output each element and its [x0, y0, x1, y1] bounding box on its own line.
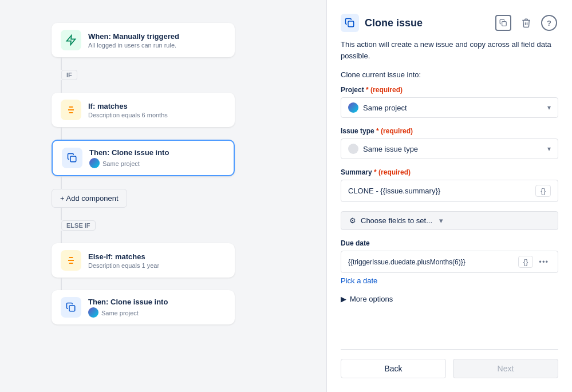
issue-type-chevron-icon: ▾: [547, 145, 551, 153]
delete-panel-button[interactable]: [517, 14, 535, 32]
panel-title-icon: [341, 14, 359, 32]
connector-line-4: [61, 176, 62, 189]
due-date-template-button[interactable]: {}: [518, 256, 534, 268]
connector-line-3: [61, 127, 62, 140]
action-text-1: Then: Clone issue into Same project: [89, 148, 169, 168]
condition-text-1: If: matches Description equals 6 months: [88, 102, 168, 118]
connector-line-7: [61, 278, 62, 290]
issue-type-select[interactable]: Same issue type ▾: [341, 138, 558, 159]
issue-type-select-inner: Same issue type: [348, 144, 418, 154]
project-select-inner: Same project: [348, 102, 407, 113]
copy-icon: [495, 15, 511, 31]
panel-actions: ?: [494, 14, 558, 32]
issue-type-icon: [348, 144, 358, 154]
action-icon-1: [62, 148, 82, 168]
connector-line-5: [61, 208, 62, 220]
action-subtitle-1: Same project: [102, 160, 140, 167]
choose-fields-chevron-icon: ▾: [439, 216, 443, 225]
due-date-inner: {{triggerIssue.duedate.plusMonths(6)}}: [348, 258, 518, 266]
connector-line-1: [61, 57, 62, 70]
panel-description: This action will create a new issue and …: [341, 39, 558, 61]
due-date-label: Due date: [341, 239, 558, 247]
svg-rect-2: [348, 21, 354, 27]
panel-header: Clone issue ?: [341, 14, 558, 32]
else-if-badge: ELSE IF: [61, 220, 96, 231]
connector-line-2: [61, 80, 62, 93]
condition-card-2[interactable]: Else-if: matches Description equals 1 ye…: [52, 243, 235, 278]
action-subtitle-2: Same project: [101, 310, 139, 316]
more-options-label: More options: [350, 295, 393, 303]
project-select[interactable]: Same project ▾: [341, 97, 558, 118]
svg-rect-3: [502, 22, 507, 26]
help-panel-button[interactable]: ?: [540, 14, 558, 32]
svg-rect-0: [70, 156, 76, 162]
condition-subtitle-1: Description equals 6 months: [88, 112, 168, 118]
condition-text-2: Else-if: matches Description equals 1 ye…: [88, 252, 159, 269]
action-icon-2: [61, 297, 81, 318]
summary-value: CLONE - {{issue.summary}}: [348, 187, 440, 195]
project-planet-icon: [348, 102, 358, 113]
due-date-value: {{triggerIssue.duedate.plusMonths(6)}}: [348, 258, 466, 266]
project-chevron-icon: ▾: [547, 104, 551, 112]
panel-title: Clone issue: [365, 17, 423, 29]
action-title-2: Then: Clone issue into: [88, 298, 168, 306]
action-card-2[interactable]: Then: Clone issue into Same project: [52, 290, 235, 324]
trigger-card[interactable]: When: Manually triggered All logged in u…: [52, 23, 235, 57]
connector-line-6: [61, 231, 62, 243]
trigger-title: When: Manually triggered: [88, 32, 179, 41]
panel-section-title: Clone current issue into:: [341, 70, 558, 79]
due-date-field-group: Due date {{triggerIssue.duedate.plusMont…: [341, 239, 558, 286]
more-options-toggle[interactable]: ▶ More options: [341, 295, 558, 303]
next-button[interactable]: Next: [453, 359, 558, 378]
add-component-button[interactable]: + Add component: [52, 189, 127, 208]
project-label: Project * (required): [341, 86, 558, 94]
condition-title-2: Else-if: matches: [88, 252, 159, 261]
left-panel: When: Manually triggered All logged in u…: [0, 0, 326, 392]
action-card-1[interactable]: Then: Clone issue into Same project: [52, 140, 235, 176]
condition-title-1: If: matches: [88, 102, 168, 110]
condition-icon-2: [61, 250, 81, 271]
due-date-more-button[interactable]: •••: [537, 256, 551, 267]
action-text-2: Then: Clone issue into Same project: [88, 298, 168, 318]
condition-icon-1: [61, 100, 81, 120]
action-title-1: Then: Clone issue into: [89, 148, 169, 157]
panel-footer: Back Next: [341, 349, 558, 378]
issue-type-field-group: Issue type * (required) Same issue type …: [341, 127, 558, 159]
summary-label: Summary * (required): [341, 168, 558, 176]
copy-panel-button[interactable]: [494, 14, 512, 32]
summary-input[interactable]: CLONE - {{issue.summary}} {}: [341, 180, 558, 202]
help-icon: ?: [541, 15, 557, 31]
pick-date-link[interactable]: Pick a date: [341, 276, 377, 285]
summary-template-button[interactable]: {}: [535, 185, 551, 197]
panel-title-area: Clone issue: [341, 14, 423, 32]
choose-fields-button[interactable]: ⚙ Choose fields to set... ▾: [341, 211, 558, 230]
project-field-group: Project * (required) Same project ▾: [341, 86, 558, 118]
svg-rect-1: [69, 306, 75, 311]
condition-card-1[interactable]: If: matches Description equals 6 months: [52, 93, 235, 127]
summary-field-group: Summary * (required) CLONE - {{issue.sum…: [341, 168, 558, 202]
project-value: Same project: [363, 104, 407, 112]
project-required: * (required): [366, 86, 403, 94]
issue-type-required: * (required): [376, 127, 413, 135]
right-panel: Clone issue ?: [326, 0, 572, 392]
trigger-subtitle: All logged in users can run rule.: [88, 42, 179, 49]
if-badge: IF: [61, 70, 77, 80]
due-date-input[interactable]: {{triggerIssue.duedate.plusMonths(6)}} {…: [341, 251, 558, 273]
issue-type-label: Issue type * (required): [341, 127, 558, 135]
trigger-icon: [61, 30, 81, 50]
planet-icon-1: [89, 158, 100, 168]
choose-fields-label: Choose fields to set...: [361, 216, 432, 225]
summary-required: * (required): [374, 168, 411, 176]
gear-icon: ⚙: [349, 216, 356, 225]
more-options-chevron-icon: ▶: [341, 295, 346, 303]
condition-subtitle-2: Description equals 1 year: [88, 262, 159, 269]
trigger-text: When: Manually triggered All logged in u…: [88, 32, 179, 49]
planet-icon-2: [88, 307, 98, 318]
back-button[interactable]: Back: [341, 359, 446, 378]
issue-type-value: Same issue type: [363, 145, 418, 153]
